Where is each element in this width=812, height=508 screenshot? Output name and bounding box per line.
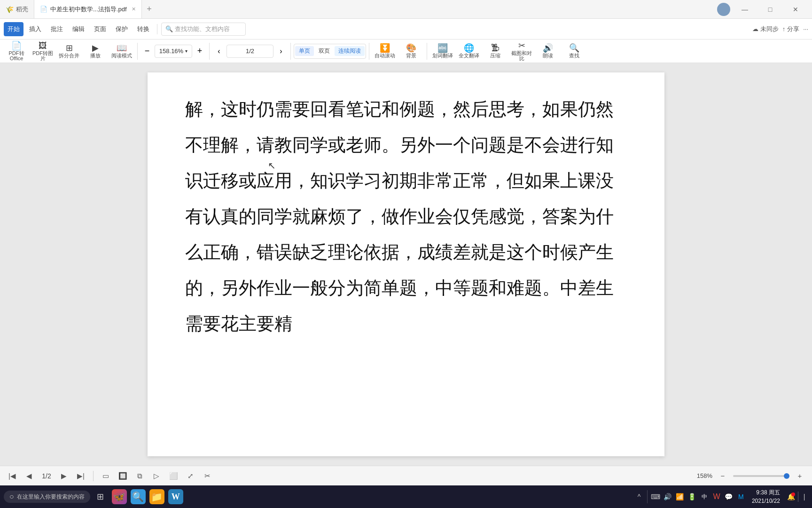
new-tab-button[interactable]: + xyxy=(142,0,157,18)
bb-view-btn1[interactable]: ▭ xyxy=(99,469,112,483)
bb-sep1 xyxy=(93,471,94,481)
read-mode-button[interactable]: 📖 阅读模式 xyxy=(109,41,134,62)
search-icon: 🔍 xyxy=(165,25,173,32)
next-page-bb-button[interactable]: ▶ xyxy=(57,469,70,483)
taskview-button[interactable]: ⊞ xyxy=(93,489,108,504)
pdf-to-office-label: PDF转Office xyxy=(4,51,29,61)
auto-scroll-label: 自动滚动 xyxy=(375,53,395,58)
page-nav-group: ‹ 1 / 2 › xyxy=(212,45,288,58)
msg-icon[interactable]: 💬 xyxy=(724,492,734,502)
pdf-file-icon: 📄 xyxy=(40,6,47,13)
bb-expand-btn[interactable]: ⤢ xyxy=(184,469,197,483)
toolbar-right-actions: ☁ 未同步 ↑ 分享 ··· xyxy=(752,25,808,33)
ime-icon[interactable]: 中 xyxy=(699,492,710,502)
compress-button[interactable]: 🗜 压缩 xyxy=(483,41,508,62)
word-translate-button[interactable]: 🔤 划词翻译 xyxy=(430,41,455,62)
network-icon[interactable]: 📶 xyxy=(675,492,685,502)
user-avatar[interactable] xyxy=(717,3,730,16)
main-content-area: 解，这时仍需要回看笔记和例题，然后思考，如果仍然不理解，请教同学或老师。另外一个… xyxy=(0,63,812,466)
split-merge-button[interactable]: ⊞ 拆分合并 xyxy=(56,41,82,62)
title-bar: 🌾 稻壳 📄 中差生初中数学...法指导.pdf ✕ + — □ ✕ xyxy=(0,0,812,19)
start-button[interactable]: 开始 xyxy=(4,22,23,36)
auto-scroll-button[interactable]: ⏬ 自动滚动 xyxy=(372,41,398,62)
maximize-button[interactable]: □ xyxy=(759,0,781,19)
bb-play-button[interactable]: ▷ xyxy=(150,469,163,483)
notif-dot xyxy=(791,492,795,496)
sep4 xyxy=(369,43,369,60)
page-button[interactable]: 页面 xyxy=(90,22,110,36)
bb-fit-btn[interactable]: ⬜ xyxy=(167,469,180,483)
next-page-button[interactable]: › xyxy=(274,45,288,58)
comment-button[interactable]: 批注 xyxy=(47,22,67,36)
bb-view-btn2[interactable]: 🔲 xyxy=(116,469,129,483)
minimize-button[interactable]: — xyxy=(734,0,756,19)
tab-close-button[interactable]: ✕ xyxy=(132,6,136,12)
bb-zoom-display: 158% xyxy=(697,472,712,479)
play-icon: ▶ xyxy=(92,44,99,52)
single-page-button[interactable]: 单页 xyxy=(295,46,314,56)
tab-pdf[interactable]: 📄 中差生初中数学...法指导.pdf ✕ xyxy=(34,0,142,18)
find-button[interactable]: 🔍 查找 xyxy=(562,41,587,62)
tab-daoke[interactable]: 🌾 稻壳 xyxy=(0,0,34,18)
convert-button[interactable]: 转换 xyxy=(133,22,153,36)
scroll-icon: ⏬ xyxy=(380,44,390,52)
taskbar-caret[interactable]: ^ xyxy=(634,492,644,502)
edit-button[interactable]: 编辑 xyxy=(69,22,88,36)
screenshot-label: 截图和对比 xyxy=(509,51,534,61)
zoom-value-box[interactable]: 158.16% ▾ xyxy=(155,45,192,58)
windows-search[interactable]: ○ 在这里输入你要搜索的内容 xyxy=(4,491,90,503)
speaker-icon[interactable]: 🔊 xyxy=(663,492,673,502)
bb-cut-btn[interactable]: ✂ xyxy=(201,469,214,483)
screenshot-icon: ✂ xyxy=(518,41,525,50)
taskbar-butterfly-app[interactable]: 🦋 xyxy=(112,489,127,504)
battery-icon[interactable]: 🔋 xyxy=(687,492,697,502)
first-page-button[interactable]: |◀ xyxy=(6,469,19,483)
close-button[interactable]: ✕ xyxy=(785,0,806,19)
search-box[interactable]: 🔍 查找功能、文档内容 xyxy=(161,23,246,36)
show-desktop-button[interactable]: | xyxy=(798,492,808,502)
taskbar-files-app[interactable]: 📁 xyxy=(149,489,164,504)
insert-button[interactable]: 插入 xyxy=(25,22,45,36)
prev-page-bb-button[interactable]: ◀ xyxy=(23,469,36,483)
toolbar-secondary: 📄 PDF转Office 🖼 PDF转图片 ⊞ 拆分合并 ▶ 播放 📖 阅读模式… xyxy=(0,40,812,63)
zoom-out-button[interactable]: − xyxy=(141,45,154,58)
bb-zoom-out[interactable]: − xyxy=(716,469,729,483)
zoom-slider[interactable] xyxy=(733,475,789,477)
protect-button[interactable]: 保护 xyxy=(112,22,132,36)
background-button[interactable]: 🎨 背景 xyxy=(398,41,424,62)
system-clock[interactable]: 9:38 周五 2021/10/22 xyxy=(748,488,784,505)
taskbar-word-app[interactable]: W xyxy=(168,489,183,504)
share-button[interactable]: ↑ 分享 xyxy=(782,25,800,33)
screenshot-button[interactable]: ✂ 截图和对比 xyxy=(509,41,534,62)
pdf-to-img-button[interactable]: 🖼 PDF转图片 xyxy=(30,41,55,62)
page-input[interactable]: 1 / 2 xyxy=(226,45,273,58)
prev-page-button[interactable]: ‹ xyxy=(212,45,226,58)
pdf-to-office-button[interactable]: 📄 PDF转Office xyxy=(4,41,29,62)
bb-zoom-in[interactable]: + xyxy=(793,469,806,483)
bb-view-btn3[interactable]: ⧉ xyxy=(133,469,146,483)
zoom-in-button[interactable]: + xyxy=(193,45,206,58)
word-trans-label: 划词翻译 xyxy=(432,53,453,58)
more-button[interactable]: ··· xyxy=(803,25,808,32)
keyboard-icon[interactable]: ⌨ xyxy=(650,492,661,502)
full-trans-icon: 🌐 xyxy=(464,44,474,52)
read-aloud-button[interactable]: 🔊 朗读 xyxy=(535,41,561,62)
split-icon: ⊞ xyxy=(66,44,73,52)
bg-icon: 🎨 xyxy=(406,44,416,52)
clock-date: 2021/10/22 xyxy=(752,497,780,505)
taskbar-search-app[interactable]: 🔍 xyxy=(131,489,146,504)
read-aloud-icon: 🔊 xyxy=(543,44,553,52)
im-icon[interactable]: M xyxy=(736,492,746,502)
full-translate-button[interactable]: 🌐 全文翻译 xyxy=(456,41,482,62)
double-page-button[interactable]: 双页 xyxy=(315,46,334,56)
tab-pdf-label: 中差生初中数学...法指导.pdf xyxy=(50,5,127,14)
wps-notify-icon[interactable]: W xyxy=(711,492,722,502)
play-button[interactable]: ▶ 播放 xyxy=(83,41,108,62)
notification-center[interactable]: 🔔 xyxy=(786,492,796,502)
sync-button[interactable]: ☁ 未同步 xyxy=(752,25,779,33)
sep5 xyxy=(427,43,427,60)
find-icon: 🔍 xyxy=(569,44,579,52)
compress-label: 压缩 xyxy=(490,53,500,58)
continuous-read-button[interactable]: 连续阅读 xyxy=(335,46,365,56)
last-page-button[interactable]: ▶| xyxy=(74,469,87,483)
